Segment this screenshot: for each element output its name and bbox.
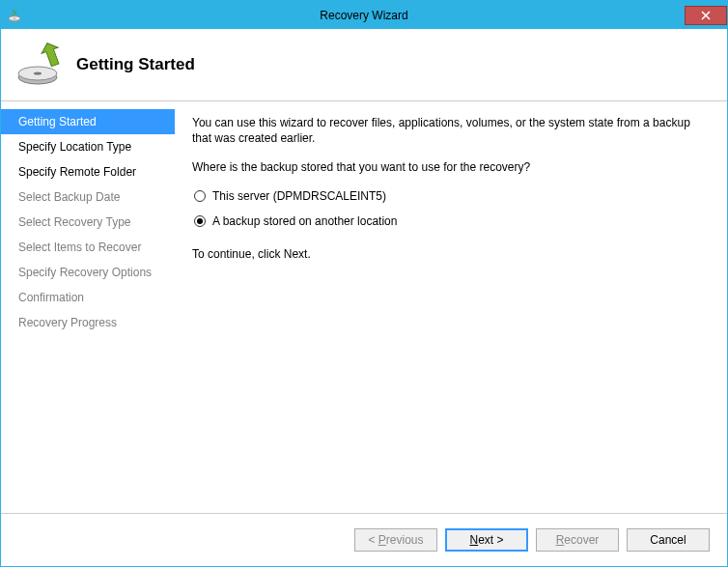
wizard-footer: < Previous Next > Recover Cancel: [1, 514, 727, 566]
step-specify-recovery-options: Specify Recovery Options: [1, 260, 175, 285]
step-specify-location-type[interactable]: Specify Location Type: [1, 134, 175, 159]
wizard-content: You can use this wizard to recover files…: [175, 101, 727, 513]
next-button[interactable]: Next >: [445, 528, 528, 552]
wizard-header: Getting Started: [1, 29, 727, 101]
cancel-button[interactable]: Cancel: [627, 528, 710, 552]
wizard-steps-sidebar: Getting Started Specify Location Type Sp…: [1, 101, 175, 513]
page-title: Getting Started: [76, 55, 195, 74]
radio-label: A backup stored on another location: [212, 213, 397, 229]
continue-text: To continue, click Next.: [192, 246, 710, 262]
recover-button: Recover: [536, 528, 619, 552]
step-select-recovery-type: Select Recovery Type: [1, 210, 175, 235]
radio-icon: [194, 190, 206, 202]
intro-text: You can use this wizard to recover files…: [192, 115, 710, 146]
window-title: Recovery Wizard: [1, 9, 727, 22]
radio-this-server[interactable]: This server (DPMDRSCALEINT5): [194, 188, 710, 204]
step-confirmation: Confirmation: [1, 285, 175, 310]
close-button[interactable]: [685, 6, 727, 25]
recovery-wizard-window: Recovery Wizard Getting Started Getting …: [0, 0, 728, 567]
step-recovery-progress: Recovery Progress: [1, 310, 175, 335]
step-select-backup-date: Select Backup Date: [1, 184, 175, 210]
radio-icon: [194, 215, 206, 227]
svg-point-2: [14, 17, 16, 18]
radio-another-location[interactable]: A backup stored on another location: [194, 213, 710, 229]
titlebar: Recovery Wizard: [1, 1, 727, 29]
app-icon: [7, 8, 22, 23]
wizard-body: Getting Started Specify Location Type Sp…: [1, 101, 727, 514]
recovery-icon: [16, 43, 63, 87]
step-specify-remote-folder[interactable]: Specify Remote Folder: [1, 159, 175, 184]
svg-point-7: [34, 72, 42, 75]
question-text: Where is the backup stored that you want…: [192, 159, 710, 175]
close-icon: [701, 11, 711, 20]
previous-button: < Previous: [354, 528, 437, 552]
step-getting-started[interactable]: Getting Started: [1, 109, 175, 134]
step-select-items-to-recover: Select Items to Recover: [1, 235, 175, 260]
radio-label: This server (DPMDRSCALEINT5): [212, 188, 386, 204]
